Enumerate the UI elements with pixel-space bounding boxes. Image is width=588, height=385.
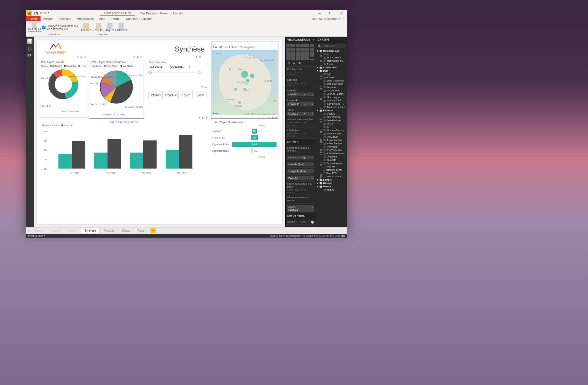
- remove-icon[interactable]: ×: [312, 177, 313, 180]
- filter-tag[interactable]: Exclu (4)×: [287, 176, 314, 180]
- viz-type-icon[interactable]: [291, 56, 295, 60]
- date-from-input[interactable]: [149, 65, 168, 69]
- checkbox[interactable]: [320, 149, 322, 151]
- tab-donnees[interactable]: Données / Explorer: [123, 16, 155, 21]
- field-item[interactable]: ▥NomCommer...: [316, 59, 347, 63]
- field-item[interactable]: ▥ClientId: [316, 112, 347, 115]
- map-visual[interactable]: ⓘ ⛶⋯ CA 2011 par Latitude et Longitude F…: [211, 42, 278, 119]
- report-canvas[interactable]: MA Business Intelligence Le savoir est u…: [34, 37, 285, 227]
- filter-icon[interactable]: ▼: [201, 86, 203, 89]
- page-tab[interactable]: Page 3: [64, 228, 80, 233]
- undo-icon[interactable]: ↶: [40, 12, 42, 15]
- filter-icon[interactable]: ▼: [133, 56, 136, 59]
- tab-next-icon[interactable]: ▸: [29, 229, 31, 232]
- field-item[interactable]: ▥Nature: [316, 188, 347, 191]
- filter-icon[interactable]: ▼: [76, 56, 79, 59]
- viz-type-icon[interactable]: [305, 44, 309, 47]
- field-item[interactable]: ▥NumeroFacture: [316, 129, 347, 132]
- checkbox[interactable]: [320, 142, 322, 145]
- chevron-down-icon[interactable]: ⌄: [198, 61, 201, 64]
- save-icon[interactable]: 💾: [34, 12, 38, 15]
- checkbox[interactable]: [320, 159, 322, 161]
- logo-visual[interactable]: MA Business Intelligence Le savoir est u…: [39, 42, 72, 59]
- table-header[interactable]: ▾▦Famille: [316, 178, 347, 181]
- clear-icon[interactable]: ⊘: [140, 56, 143, 59]
- clear-icon[interactable]: ⊘: [275, 116, 277, 119]
- filter-icon[interactable]: ▼: [268, 116, 270, 119]
- field-item[interactable]: ▥Division: [316, 86, 347, 89]
- table-header[interactable]: ▾▦Factures: [316, 109, 347, 112]
- remove-icon[interactable]: ×: [312, 112, 313, 115]
- field-item[interactable]: ▥Jour de la sem...: [316, 92, 347, 96]
- checkbox[interactable]: [320, 162, 322, 165]
- field-item[interactable]: ▥Âge: [316, 72, 347, 76]
- collapse-pane-icon[interactable]: ›: [313, 38, 314, 41]
- slicer-franchise[interactable]: Franchise: [164, 91, 179, 99]
- checkbox[interactable]: [320, 169, 322, 171]
- clear-icon[interactable]: ⊘: [205, 86, 207, 89]
- slider-handle-left[interactable]: [148, 71, 152, 74]
- filter-icon[interactable]: ▼: [195, 55, 198, 58]
- viz-type-icon[interactable]: [291, 44, 295, 47]
- pie-commercial-visual[interactable]: ▼◐⊘ total CA par NomCommercial NomCom...…: [89, 60, 144, 119]
- field-item[interactable]: ▥Trimestre année: [316, 105, 347, 109]
- checkbox[interactable]: [320, 139, 322, 142]
- field-item[interactable]: ▥PrixAchat (co...: [316, 139, 347, 142]
- field-item[interactable]: ▥Id: [316, 53, 347, 56]
- viz-type-icon[interactable]: [310, 48, 314, 51]
- field-item[interactable]: ▥Photo: [316, 63, 347, 66]
- checkbox[interactable]: [320, 93, 322, 95]
- field-item[interactable]: ▥Date Calendrier: [316, 79, 347, 82]
- page-tab[interactable]: Page 4: [134, 228, 150, 233]
- focus-icon[interactable]: ◐: [80, 56, 83, 59]
- clear-icon[interactable]: ⊘: [84, 56, 86, 59]
- checkbox[interactable]: [320, 156, 322, 158]
- page-tab[interactable]: Synthèse: [81, 228, 100, 233]
- filter-tag[interactable]: Latitude (Tout): [287, 162, 314, 166]
- viz-type-icon[interactable]: [310, 52, 314, 56]
- update-available-link[interactable]: MISE À JOUR DISPONIBLE (CLIQUEZ POUR LA …: [270, 235, 345, 237]
- viz-type-icon[interactable]: [296, 44, 300, 47]
- checkbox[interactable]: [320, 86, 322, 89]
- tab-modelisation[interactable]: Modélisation: [74, 16, 96, 21]
- map-bubble[interactable]: [250, 74, 254, 78]
- remove-icon[interactable]: ×: [312, 206, 313, 211]
- viz-type-icon[interactable]: [286, 44, 291, 47]
- viz-type-icon[interactable]: [300, 56, 305, 60]
- field-item[interactable]: ▥Source.Name: [316, 162, 347, 165]
- checkbox[interactable]: [320, 60, 322, 62]
- checkbox[interactable]: [320, 80, 322, 82]
- field-item[interactable]: ▥Semaine de l'...: [316, 102, 347, 105]
- tab-file[interactable]: Fichier: [26, 16, 41, 21]
- viz-type-icon[interactable]: [300, 52, 305, 56]
- checkbox[interactable]: [320, 83, 322, 85]
- checkbox[interactable]: [320, 136, 322, 138]
- viz-type-icon[interactable]: [286, 56, 291, 60]
- field-item[interactable]: ΣTotal TTC (co...: [316, 175, 347, 178]
- field-item[interactable]: ▥Personnalisé: [316, 99, 347, 102]
- tab-format[interactable]: Format: [108, 16, 123, 21]
- clear-icon[interactable]: ⊘: [199, 55, 201, 58]
- field-item[interactable]: ▥pourcentage ...: [316, 132, 347, 135]
- viz-type-icon[interactable]: [305, 56, 309, 60]
- maximize-button[interactable]: ☐: [325, 10, 336, 16]
- fields-search-input[interactable]: [321, 45, 343, 48]
- date-to-input[interactable]: [170, 65, 190, 69]
- checkbox[interactable]: [320, 123, 322, 125]
- checkbox[interactable]: [320, 76, 322, 79]
- slider-handle-right[interactable]: [198, 71, 201, 74]
- filter-annee[interactable]: Annéeest 2011×: [287, 205, 314, 212]
- map-bubble[interactable]: [241, 71, 248, 78]
- fields-search[interactable]: 🔍: [317, 44, 346, 48]
- checkbox[interactable]: [320, 73, 322, 75]
- remove-icon[interactable]: ×: [312, 93, 313, 96]
- legend-more-icon[interactable]: ▸: [135, 65, 136, 67]
- field-item[interactable]: ▥ProduitId: [316, 155, 347, 158]
- table-header[interactable]: ▾▦Communes: [316, 66, 347, 69]
- field-item[interactable]: ▥PrixVente (co...: [316, 148, 347, 152]
- checkbox[interactable]: [320, 116, 322, 118]
- format-tab-icon[interactable]: 🖌: [293, 62, 296, 65]
- field-item[interactable]: ▥Fin du mois: [316, 89, 347, 92]
- slicer-hyper[interactable]: Hyper: [180, 91, 193, 99]
- send-backward-button[interactable]: Reculer: [94, 23, 104, 32]
